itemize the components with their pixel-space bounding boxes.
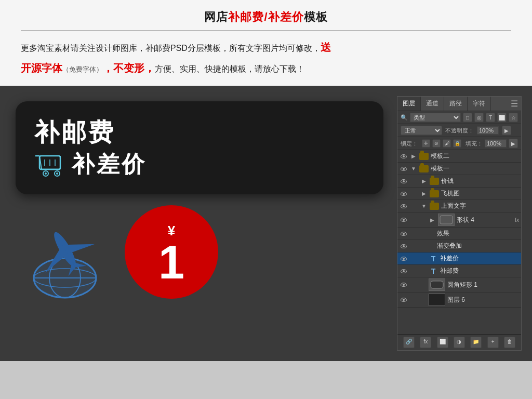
eye-layer6[interactable] [400,296,408,304]
title-suffix: 模板 [304,10,328,23]
layer-row-roundrect[interactable]: 圆角矩形 1 [397,277,521,292]
eye-gradient[interactable] [400,242,408,250]
delete-layer-btn[interactable]: 🗑 [504,337,515,348]
amount-text: 1 [158,239,184,286]
filter-icon1[interactable]: □ [463,113,472,122]
expand-shape4[interactable]: ▶ [429,216,436,223]
blend-mode-row: 正常 不透明度： 100% ▶ [397,124,521,137]
lock-btn-move[interactable]: ✛ [422,139,430,148]
layer-label-effect: 效果 [437,229,519,238]
title-black: 网店 [204,10,228,23]
layer-row-gradient[interactable]: 渐变叠加 [397,240,521,252]
layer-label-muban2: 模板二 [431,152,519,161]
layer-row-shape4[interactable]: ▶ 形状 4 fx [397,212,521,228]
layer-row-effect[interactable]: 效果 [397,228,521,240]
red-circle: ¥ 1 [125,205,218,299]
add-style-btn[interactable]: fx [420,337,431,348]
bottom-icons-row: ¥ 1 [16,203,383,301]
add-layer-btn[interactable]: + [487,337,499,348]
ps-bottom-actions: 🔗 fx ⬜ ◑ 📁 + 🗑 [397,334,521,350]
folder-icon-jiaqian [430,178,439,185]
add-adjustment-btn[interactable]: ◑ [454,337,465,348]
layer-label-shape4: 形状 4 [457,216,512,224]
layer-type-select[interactable]: 类型 [410,113,461,122]
title-divider [21,30,511,31]
eye-shape4[interactable] [400,216,408,224]
eye-buchajia[interactable] [400,255,408,263]
layer-row-shangmian[interactable]: ▼ 上面文字 [397,200,521,212]
plane-globe-container [16,203,114,301]
preview-area: 补邮费 补差价 [10,96,389,351]
layer-label-roundrect: 圆角矩形 1 [447,281,519,289]
filter-icon5[interactable]: ☆ [509,113,518,122]
tab-layers[interactable]: 图层 [397,97,421,111]
layer-row-muban1[interactable]: ▼ 模板一 [397,163,521,175]
desc-send: 送 [321,42,331,53]
eye-effect[interactable] [400,230,408,238]
text-icon-buyoufei: T [429,267,438,276]
layer-row-layer6[interactable]: 图层 6 [397,292,521,308]
tab-paths[interactable]: 路径 [444,97,468,111]
expand-jiaqian[interactable]: ▶ [420,178,428,185]
text-icon-buchajia: T [429,254,438,263]
folder-icon-shangmian [430,203,439,210]
plane-globe-svg [16,203,114,301]
filter-icon4[interactable]: ⬜ [497,113,507,122]
top-section: 网店补邮费/补差价模板 更多淘宝素材请关注设计师图库，补邮费PSD分层模板，所有… [0,0,532,86]
thumb-shape4 [438,214,455,226]
filter-icon3[interactable]: T [486,113,495,122]
link-layers-btn[interactable]: 🔗 [403,337,415,348]
fill-input[interactable] [485,139,507,148]
opacity-input[interactable]: 100% [477,126,499,135]
description: 更多淘宝素材请关注设计师图库，补邮费PSD分层模板，所有文字图片均可修改，送 开… [21,37,511,78]
eye-roundrect[interactable] [400,281,408,289]
expand-muban1[interactable]: ▼ [410,165,417,172]
eye-buyoufei[interactable] [400,267,408,275]
svg-point-9 [45,172,47,175]
add-mask-btn[interactable]: ⬜ [437,337,448,348]
folder-icon-muban2 [419,153,429,160]
layer-label-feiji: 飞机图 [441,189,519,198]
title-red: 补邮费/补差价 [228,10,303,23]
expand-muban2[interactable]: ▶ [410,153,417,160]
card-subtitle-text: 补差价 [72,149,147,180]
eye-shangmian[interactable] [400,202,408,210]
layer-label-buchajia: 补差价 [440,254,519,263]
ps-tabs: 图层 通道 路径 字符 ☰ [397,97,521,111]
eye-feiji[interactable] [400,190,408,198]
desc-free: （免费字体） [62,65,103,73]
expand-feiji[interactable]: ▶ [420,190,428,197]
svg-point-11 [56,172,58,175]
panel-menu-icon[interactable]: ☰ [508,97,521,111]
lock-row: 锁定： ✛ ⊘ 🖌 🔒 填充： ▶ [397,137,521,150]
eye-muban2[interactable] [400,152,408,161]
desc-font: 开源字体 [21,62,62,74]
tab-channels[interactable]: 通道 [421,97,444,111]
expand-shangmian[interactable]: ▼ [420,203,428,210]
layer-row-jiaqian[interactable]: ▶ 价钱 [397,175,521,188]
lock-btn-paint[interactable]: 🖌 [443,139,451,148]
layer-row-muban2[interactable]: ▶ 模板二 [397,150,521,163]
layer-row-buyoufei[interactable]: T 补邮费 [397,265,521,277]
layer-label-buyoufei: 补邮费 [440,267,519,275]
lock-btn-all[interactable]: 🔒 [453,139,461,148]
layer-row-buchajia[interactable]: T 补差价 [397,252,521,265]
tab-character[interactable]: 字符 [468,97,491,111]
ps-search-row: 🔍 类型 □ ◎ T ⬜ ☆ [397,111,521,124]
page-title: 网店补邮费/补差价模板 [21,9,511,25]
opacity-label: 不透明度： [445,127,474,135]
lock-btn-edit[interactable]: ⊘ [432,139,441,148]
card-title: 补邮费 [34,116,367,149]
eye-muban1[interactable] [400,165,408,173]
eye-jiaqian[interactable] [400,177,408,185]
filter-icon2[interactable]: ◎ [474,113,484,122]
add-group-btn[interactable]: 📁 [470,337,482,348]
desc-line1: 更多淘宝素材请关注设计师图库，补邮费PSD分层模板，所有文字图片均可修改， [21,44,321,52]
opacity-arrow[interactable]: ▶ [502,126,511,135]
layer-label-shangmian: 上面文字 [441,202,519,210]
layer-row-feiji[interactable]: ▶ 飞机图 [397,188,521,200]
desc-no-deform: ，不变形， [103,62,155,74]
fill-arrow[interactable]: ▶ [509,139,518,148]
blend-mode-select[interactable]: 正常 [401,126,442,135]
fill-label: 填充： [466,140,483,148]
